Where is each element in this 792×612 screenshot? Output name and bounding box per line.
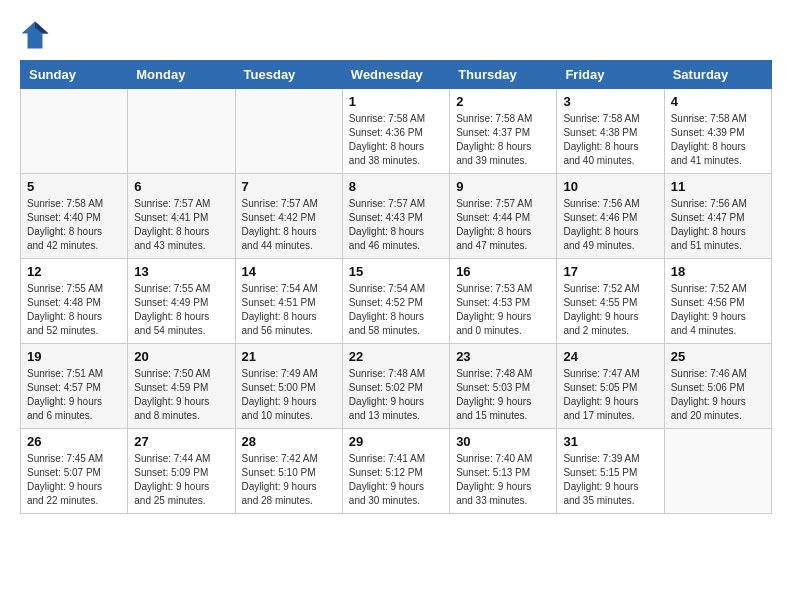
calendar-cell: 7Sunrise: 7:57 AM Sunset: 4:42 PM Daylig… (235, 174, 342, 259)
weekday-header-tuesday: Tuesday (235, 61, 342, 89)
calendar-cell: 16Sunrise: 7:53 AM Sunset: 4:53 PM Dayli… (450, 259, 557, 344)
calendar-cell: 9Sunrise: 7:57 AM Sunset: 4:44 PM Daylig… (450, 174, 557, 259)
calendar-cell: 4Sunrise: 7:58 AM Sunset: 4:39 PM Daylig… (664, 89, 771, 174)
day-number: 22 (349, 349, 443, 364)
day-number: 7 (242, 179, 336, 194)
calendar-cell: 15Sunrise: 7:54 AM Sunset: 4:52 PM Dayli… (342, 259, 449, 344)
calendar-cell: 21Sunrise: 7:49 AM Sunset: 5:00 PM Dayli… (235, 344, 342, 429)
calendar-cell: 3Sunrise: 7:58 AM Sunset: 4:38 PM Daylig… (557, 89, 664, 174)
day-detail: Sunrise: 7:48 AM Sunset: 5:03 PM Dayligh… (456, 367, 550, 423)
day-detail: Sunrise: 7:52 AM Sunset: 4:56 PM Dayligh… (671, 282, 765, 338)
day-number: 14 (242, 264, 336, 279)
day-detail: Sunrise: 7:41 AM Sunset: 5:12 PM Dayligh… (349, 452, 443, 508)
day-number: 12 (27, 264, 121, 279)
day-number: 13 (134, 264, 228, 279)
calendar-cell (664, 429, 771, 514)
weekday-header-wednesday: Wednesday (342, 61, 449, 89)
day-number: 27 (134, 434, 228, 449)
calendar-header: SundayMondayTuesdayWednesdayThursdayFrid… (21, 61, 772, 89)
calendar-cell: 2Sunrise: 7:58 AM Sunset: 4:37 PM Daylig… (450, 89, 557, 174)
calendar-cell: 22Sunrise: 7:48 AM Sunset: 5:02 PM Dayli… (342, 344, 449, 429)
weekday-header-sunday: Sunday (21, 61, 128, 89)
day-number: 18 (671, 264, 765, 279)
day-detail: Sunrise: 7:58 AM Sunset: 4:40 PM Dayligh… (27, 197, 121, 253)
day-number: 19 (27, 349, 121, 364)
day-number: 4 (671, 94, 765, 109)
day-detail: Sunrise: 7:40 AM Sunset: 5:13 PM Dayligh… (456, 452, 550, 508)
day-detail: Sunrise: 7:58 AM Sunset: 4:37 PM Dayligh… (456, 112, 550, 168)
calendar-cell: 20Sunrise: 7:50 AM Sunset: 4:59 PM Dayli… (128, 344, 235, 429)
day-number: 8 (349, 179, 443, 194)
calendar-cell: 17Sunrise: 7:52 AM Sunset: 4:55 PM Dayli… (557, 259, 664, 344)
day-detail: Sunrise: 7:44 AM Sunset: 5:09 PM Dayligh… (134, 452, 228, 508)
calendar-cell: 14Sunrise: 7:54 AM Sunset: 4:51 PM Dayli… (235, 259, 342, 344)
header (20, 20, 772, 50)
calendar-cell: 29Sunrise: 7:41 AM Sunset: 5:12 PM Dayli… (342, 429, 449, 514)
day-detail: Sunrise: 7:58 AM Sunset: 4:38 PM Dayligh… (563, 112, 657, 168)
calendar-cell: 11Sunrise: 7:56 AM Sunset: 4:47 PM Dayli… (664, 174, 771, 259)
day-detail: Sunrise: 7:55 AM Sunset: 4:48 PM Dayligh… (27, 282, 121, 338)
week-row-4: 19Sunrise: 7:51 AM Sunset: 4:57 PM Dayli… (21, 344, 772, 429)
day-number: 21 (242, 349, 336, 364)
day-detail: Sunrise: 7:49 AM Sunset: 5:00 PM Dayligh… (242, 367, 336, 423)
calendar-cell: 28Sunrise: 7:42 AM Sunset: 5:10 PM Dayli… (235, 429, 342, 514)
calendar-cell: 24Sunrise: 7:47 AM Sunset: 5:05 PM Dayli… (557, 344, 664, 429)
day-number: 11 (671, 179, 765, 194)
day-number: 5 (27, 179, 121, 194)
calendar-cell: 18Sunrise: 7:52 AM Sunset: 4:56 PM Dayli… (664, 259, 771, 344)
day-detail: Sunrise: 7:58 AM Sunset: 4:39 PM Dayligh… (671, 112, 765, 168)
general-blue-logo-icon (20, 20, 50, 50)
day-detail: Sunrise: 7:57 AM Sunset: 4:43 PM Dayligh… (349, 197, 443, 253)
calendar-body: 1Sunrise: 7:58 AM Sunset: 4:36 PM Daylig… (21, 89, 772, 514)
day-number: 23 (456, 349, 550, 364)
day-number: 17 (563, 264, 657, 279)
calendar-cell: 1Sunrise: 7:58 AM Sunset: 4:36 PM Daylig… (342, 89, 449, 174)
day-detail: Sunrise: 7:53 AM Sunset: 4:53 PM Dayligh… (456, 282, 550, 338)
day-detail: Sunrise: 7:54 AM Sunset: 4:51 PM Dayligh… (242, 282, 336, 338)
day-number: 30 (456, 434, 550, 449)
calendar-cell: 13Sunrise: 7:55 AM Sunset: 4:49 PM Dayli… (128, 259, 235, 344)
day-number: 25 (671, 349, 765, 364)
calendar-cell: 31Sunrise: 7:39 AM Sunset: 5:15 PM Dayli… (557, 429, 664, 514)
week-row-1: 1Sunrise: 7:58 AM Sunset: 4:36 PM Daylig… (21, 89, 772, 174)
calendar-cell: 25Sunrise: 7:46 AM Sunset: 5:06 PM Dayli… (664, 344, 771, 429)
day-number: 2 (456, 94, 550, 109)
weekday-header-friday: Friday (557, 61, 664, 89)
calendar-cell: 12Sunrise: 7:55 AM Sunset: 4:48 PM Dayli… (21, 259, 128, 344)
calendar-cell: 26Sunrise: 7:45 AM Sunset: 5:07 PM Dayli… (21, 429, 128, 514)
day-detail: Sunrise: 7:51 AM Sunset: 4:57 PM Dayligh… (27, 367, 121, 423)
day-detail: Sunrise: 7:56 AM Sunset: 4:46 PM Dayligh… (563, 197, 657, 253)
day-detail: Sunrise: 7:57 AM Sunset: 4:42 PM Dayligh… (242, 197, 336, 253)
day-detail: Sunrise: 7:45 AM Sunset: 5:07 PM Dayligh… (27, 452, 121, 508)
day-number: 15 (349, 264, 443, 279)
day-number: 28 (242, 434, 336, 449)
calendar-cell: 30Sunrise: 7:40 AM Sunset: 5:13 PM Dayli… (450, 429, 557, 514)
calendar-cell: 6Sunrise: 7:57 AM Sunset: 4:41 PM Daylig… (128, 174, 235, 259)
week-row-2: 5Sunrise: 7:58 AM Sunset: 4:40 PM Daylig… (21, 174, 772, 259)
weekday-header-monday: Monday (128, 61, 235, 89)
calendar: SundayMondayTuesdayWednesdayThursdayFrid… (20, 60, 772, 514)
day-detail: Sunrise: 7:39 AM Sunset: 5:15 PM Dayligh… (563, 452, 657, 508)
day-number: 3 (563, 94, 657, 109)
calendar-cell: 27Sunrise: 7:44 AM Sunset: 5:09 PM Dayli… (128, 429, 235, 514)
day-detail: Sunrise: 7:57 AM Sunset: 4:41 PM Dayligh… (134, 197, 228, 253)
day-detail: Sunrise: 7:57 AM Sunset: 4:44 PM Dayligh… (456, 197, 550, 253)
week-row-3: 12Sunrise: 7:55 AM Sunset: 4:48 PM Dayli… (21, 259, 772, 344)
calendar-cell (235, 89, 342, 174)
calendar-cell: 5Sunrise: 7:58 AM Sunset: 4:40 PM Daylig… (21, 174, 128, 259)
day-number: 24 (563, 349, 657, 364)
logo (20, 20, 54, 50)
day-detail: Sunrise: 7:55 AM Sunset: 4:49 PM Dayligh… (134, 282, 228, 338)
calendar-cell: 19Sunrise: 7:51 AM Sunset: 4:57 PM Dayli… (21, 344, 128, 429)
weekday-header-thursday: Thursday (450, 61, 557, 89)
calendar-cell (128, 89, 235, 174)
day-detail: Sunrise: 7:58 AM Sunset: 4:36 PM Dayligh… (349, 112, 443, 168)
day-detail: Sunrise: 7:54 AM Sunset: 4:52 PM Dayligh… (349, 282, 443, 338)
day-detail: Sunrise: 7:52 AM Sunset: 4:55 PM Dayligh… (563, 282, 657, 338)
weekday-row: SundayMondayTuesdayWednesdayThursdayFrid… (21, 61, 772, 89)
day-number: 1 (349, 94, 443, 109)
calendar-cell (21, 89, 128, 174)
day-number: 6 (134, 179, 228, 194)
day-number: 26 (27, 434, 121, 449)
calendar-cell: 10Sunrise: 7:56 AM Sunset: 4:46 PM Dayli… (557, 174, 664, 259)
